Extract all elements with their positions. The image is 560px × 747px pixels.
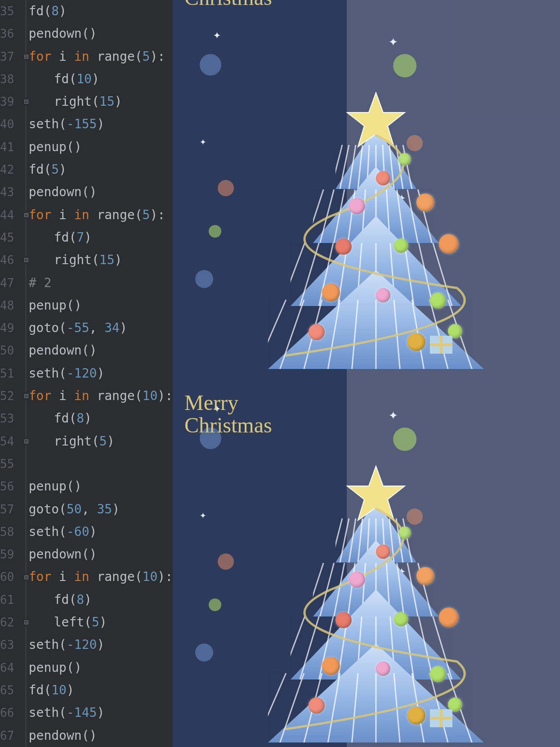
fold-close-icon[interactable]: ⊡ [22, 437, 30, 446]
tree-star-icon [344, 89, 407, 154]
line-number: 36 [0, 22, 20, 45]
svg-marker-89 [347, 466, 404, 520]
code-line[interactable]: # 2 [27, 272, 173, 294]
sparkle-icon: ✦ [389, 32, 398, 50]
ornament [430, 292, 446, 309]
line-number: 49 [0, 317, 20, 339]
code-line[interactable]: penup() [27, 136, 173, 158]
code-line[interactable]: for i in range(10): [27, 385, 173, 407]
code-line[interactable]: pendown() [27, 543, 173, 566]
fold-open-icon[interactable]: ⊟ [22, 53, 30, 61]
code-line[interactable]: seth(-120) [27, 362, 173, 385]
line-number: 61 [0, 589, 20, 611]
line-number: 58 [0, 521, 20, 543]
code-line[interactable]: goto(50, 35) [27, 498, 173, 521]
bokeh-dot [218, 180, 234, 196]
line-number: 41 [0, 136, 20, 158]
code-line[interactable]: penup() [27, 657, 173, 679]
code-line[interactable]: right(15) [27, 249, 173, 271]
line-number: 50 [0, 339, 20, 362]
code-area[interactable]: fd(8)pendown()for i in range(5):fd(10)ri… [27, 0, 173, 747]
code-line[interactable]: pendown() [27, 724, 173, 747]
ornament [376, 544, 390, 559]
fold-open-icon[interactable]: ⊟ [22, 573, 30, 581]
code-line[interactable]: penup() [27, 475, 173, 498]
line-number: 64 [0, 657, 20, 679]
ornament [430, 666, 446, 682]
tree-layer [268, 270, 484, 369]
fold-open-icon[interactable]: ⊟ [22, 211, 30, 219]
ornament [335, 612, 351, 628]
code-line[interactable]: fd(8) [27, 0, 173, 22]
fold-close-icon[interactable]: ⊡ [22, 98, 30, 106]
code-line[interactable]: fd(7) [27, 226, 173, 249]
line-number-gutter: 3536373839404142434445464748495051525354… [0, 0, 20, 747]
code-line[interactable]: fd(5) [27, 158, 173, 181]
line-number: 52 [0, 385, 20, 407]
code-line[interactable]: right(5) [27, 430, 173, 453]
code-line[interactable]: seth(-120) [27, 634, 173, 656]
ornament [416, 567, 434, 585]
sparkle-icon: ✦ [200, 135, 206, 148]
ornament [439, 234, 458, 254]
line-number: 51 [0, 362, 20, 385]
code-line[interactable]: right(15) [27, 90, 173, 113]
line-number: 53 [0, 407, 20, 430]
line-number: 65 [0, 679, 20, 702]
line-number: 55 [0, 453, 20, 475]
ornament [349, 198, 365, 214]
code-line[interactable]: fd(10) [27, 68, 173, 90]
caption-line1: Merry [184, 392, 272, 414]
fold-column[interactable]: ⊟⊡⊟⊡⊟⊡⊟⊡ [20, 0, 27, 747]
bokeh-dot [195, 644, 213, 662]
code-line[interactable]: for i in range(10): [27, 566, 173, 588]
ornament [398, 153, 411, 166]
code-line[interactable]: for i in range(5): [27, 45, 173, 68]
ornament [394, 238, 408, 253]
code-line[interactable]: fd(8) [27, 589, 173, 611]
gift-box [430, 709, 452, 727]
line-number: 63 [0, 634, 20, 656]
fold-guide-line [26, 0, 26, 747]
code-line[interactable]: penup() [27, 294, 173, 317]
merry-christmas-caption: Christmas [184, 0, 272, 9]
code-line[interactable]: left(5) [27, 611, 173, 634]
ornament [394, 612, 408, 626]
code-line[interactable]: fd(8) [27, 407, 173, 430]
line-number: 48 [0, 294, 20, 317]
code-line[interactable]: pendown() [27, 181, 173, 203]
line-number: 60 [0, 566, 20, 588]
ornament [335, 238, 351, 255]
ornament [398, 526, 411, 539]
illustration-panel: ✦✦✦✦ [173, 0, 560, 747]
line-number: 43 [0, 181, 20, 203]
tree-layer [268, 644, 484, 742]
line-number: 40 [0, 113, 20, 135]
bokeh-dot [209, 598, 221, 611]
code-line[interactable]: seth(-145) [27, 702, 173, 724]
line-number: 56 [0, 475, 20, 498]
ornament [439, 608, 458, 627]
code-line[interactable]: seth(-155) [27, 113, 173, 135]
code-line[interactable]: fd(10) [27, 679, 173, 702]
code-editor[interactable]: 3536373839404142434445464748495051525354… [0, 0, 173, 747]
svg-marker-44 [347, 93, 404, 147]
code-line[interactable] [27, 453, 173, 475]
christmas-illustration-top: ✦✦✦✦ [173, 0, 560, 374]
code-line[interactable]: pendown() [27, 339, 173, 362]
bokeh-dot [200, 54, 221, 76]
gift-box [430, 336, 452, 354]
code-line[interactable]: seth(-60) [27, 521, 173, 543]
ornament [322, 657, 340, 675]
bokeh-dot [393, 428, 417, 451]
code-line[interactable]: goto(-55, 34) [27, 317, 173, 339]
fold-close-icon[interactable]: ⊡ [22, 618, 30, 626]
fold-close-icon[interactable]: ⊡ [22, 256, 30, 264]
bokeh-dot [393, 54, 417, 77]
code-line[interactable]: for i in range(5): [27, 204, 173, 226]
line-number: 54 [0, 430, 20, 453]
christmas-tree [259, 454, 493, 738]
fold-open-icon[interactable]: ⊟ [22, 392, 30, 400]
ornament [349, 572, 365, 588]
code-line[interactable]: pendown() [27, 22, 173, 45]
